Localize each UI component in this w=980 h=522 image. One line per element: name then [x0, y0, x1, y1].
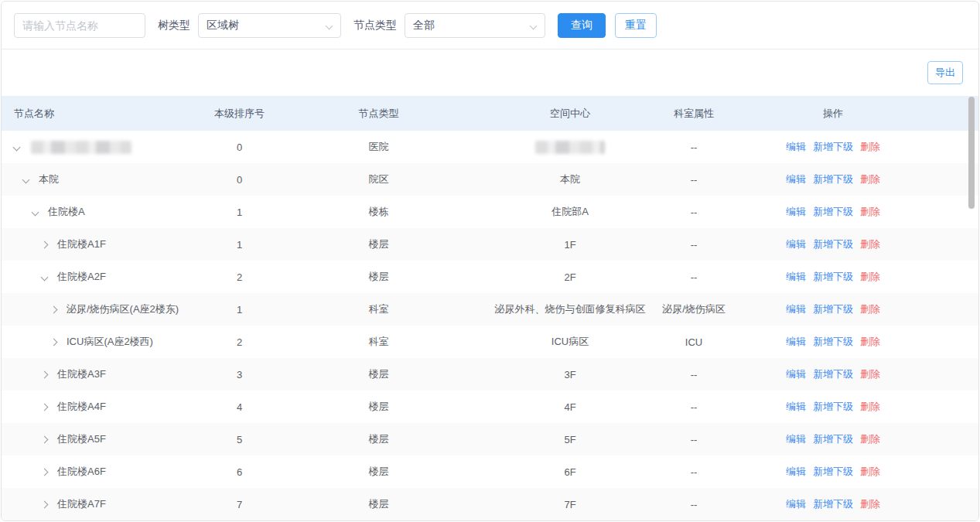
delete-link[interactable]: 删除 [860, 172, 880, 186]
export-button[interactable]: 导出 [927, 61, 963, 84]
delete-link[interactable]: 删除 [860, 400, 880, 414]
table-header: 节点名称 本级排序号 节点类型 空间中心 科室属性 操作 [2, 96, 978, 131]
col-node-name: 节点名称 [2, 107, 203, 121]
delete-link[interactable]: 删除 [860, 497, 880, 511]
expand-toggle[interactable] [51, 339, 63, 345]
add-child-link[interactable]: 新增下级 [813, 465, 853, 479]
node-type-cell: 楼层 [276, 237, 481, 251]
table-row: 住院楼A1F 1 楼层 1F -- 编辑 新增下级 删除 [2, 228, 978, 261]
space-tree-table: 节点名称 本级排序号 节点类型 空间中心 科室属性 操作 0 医院 -- 编辑 … [2, 96, 978, 520]
col-node-type: 节点类型 [276, 107, 481, 121]
add-child-link[interactable]: 新增下级 [813, 400, 853, 414]
node-name-cell: 本院 [2, 172, 203, 186]
node-name-text: 住院楼A6F [57, 465, 106, 479]
edit-link[interactable]: 编辑 [786, 237, 806, 251]
node-name-cell: 住院楼A6F [2, 465, 203, 479]
add-child-link[interactable]: 新增下级 [813, 367, 853, 381]
sort-order-cell: 4 [203, 401, 276, 413]
tree-type-select[interactable]: 区域树 [198, 13, 341, 38]
edit-link[interactable]: 编辑 [786, 465, 806, 479]
edit-link[interactable]: 编辑 [786, 205, 806, 219]
add-child-link[interactable]: 新增下级 [813, 335, 853, 349]
delete-link[interactable]: 删除 [860, 335, 880, 349]
node-name-cell: 住院楼A5F [2, 432, 203, 446]
expand-toggle[interactable] [32, 210, 45, 215]
add-child-link[interactable]: 新增下级 [813, 172, 853, 186]
edit-link[interactable]: 编辑 [786, 497, 806, 511]
delete-link[interactable]: 删除 [860, 465, 880, 479]
dept-attr-cell: -- [659, 434, 729, 445]
node-name-text: 本院 [39, 172, 59, 186]
table-row: 本院 0 院区 本院 -- 编辑 新增下级 删除 [2, 163, 978, 196]
table-row: 住院楼A3F 3 楼层 3F -- 编辑 新增下级 删除 [2, 358, 978, 391]
add-child-link[interactable]: 新增下级 [813, 270, 853, 284]
delete-link[interactable]: 删除 [860, 432, 880, 446]
space-center-cell: 本院 [481, 172, 659, 186]
node-name-cell: 住院楼A [2, 205, 203, 219]
dept-attr-cell: -- [659, 499, 729, 510]
space-center-cell: 5F [481, 434, 659, 445]
delete-link[interactable]: 删除 [860, 367, 880, 381]
delete-link[interactable]: 删除 [860, 237, 880, 251]
node-name-cell: 住院楼A4F [2, 400, 203, 414]
edit-link[interactable]: 编辑 [786, 432, 806, 446]
expand-toggle[interactable] [42, 502, 54, 507]
expand-toggle[interactable] [14, 145, 26, 150]
space-center-cell: 4F [481, 401, 659, 413]
space-center-cell [481, 141, 659, 154]
dept-attr-cell: -- [659, 369, 729, 380]
expand-toggle[interactable] [51, 307, 63, 312]
edit-link[interactable]: 编辑 [786, 302, 806, 316]
table-body: 0 医院 -- 编辑 新增下级 删除 本院 0 院区 本院 -- 编辑 新增下级… [2, 131, 978, 520]
node-type-cell: 楼层 [276, 432, 481, 446]
edit-link[interactable]: 编辑 [786, 367, 806, 381]
sort-order-cell: 1 [203, 239, 276, 251]
tree-type-value: 区域树 [207, 19, 239, 32]
add-child-link[interactable]: 新增下级 [813, 432, 853, 446]
table-row: 住院楼A5F 5 楼层 5F -- 编辑 新增下级 删除 [2, 423, 978, 455]
expand-toggle[interactable] [42, 469, 54, 475]
reset-button[interactable]: 重置 [615, 13, 657, 38]
node-name-text: 住院楼A1F [57, 237, 106, 251]
col-sort-order: 本级排序号 [203, 107, 276, 121]
dept-attr-cell: 泌尿/烧伤病区 [659, 302, 729, 316]
node-type-value: 全部 [413, 19, 435, 32]
table-row: 住院楼A6F 6 楼层 6F -- 编辑 新增下级 删除 [2, 455, 978, 488]
add-child-link[interactable]: 新增下级 [813, 237, 853, 251]
expand-toggle[interactable] [42, 404, 54, 410]
expand-toggle[interactable] [42, 372, 54, 377]
node-type-cell: 楼层 [276, 465, 481, 479]
node-type-cell: 医院 [276, 140, 481, 154]
edit-link[interactable]: 编辑 [786, 400, 806, 414]
expand-toggle[interactable] [42, 437, 54, 442]
node-name-cell: 泌尿/烧伤病区(A座2楼东) [2, 302, 203, 316]
expand-toggle[interactable] [42, 242, 54, 247]
delete-link[interactable]: 删除 [860, 140, 880, 154]
col-actions: 操作 [729, 107, 937, 121]
add-child-link[interactable]: 新增下级 [813, 497, 853, 511]
edit-link[interactable]: 编辑 [786, 335, 806, 349]
search-button[interactable]: 查询 [558, 13, 606, 38]
edit-link[interactable]: 编辑 [786, 270, 806, 284]
vertical-scrollbar-thumb[interactable] [968, 97, 975, 209]
add-child-link[interactable]: 新增下级 [813, 205, 853, 219]
edit-link[interactable]: 编辑 [786, 140, 806, 154]
delete-link[interactable]: 删除 [860, 270, 880, 284]
expand-toggle[interactable] [42, 275, 54, 280]
node-name-text: 泌尿/烧伤病区(A座2楼东) [67, 302, 179, 316]
add-child-link[interactable]: 新增下级 [813, 302, 853, 316]
expand-icon [32, 208, 39, 216]
node-type-select[interactable]: 全部 [405, 13, 545, 38]
space-center-cell: 7F [481, 499, 659, 510]
delete-link[interactable]: 删除 [860, 302, 880, 316]
add-child-link[interactable]: 新增下级 [813, 140, 853, 154]
filter-bar: 树类型 区域树 节点类型 全部 查询 重置 [2, 2, 978, 49]
expand-toggle[interactable] [23, 177, 36, 183]
space-center-cell: ICU病区 [481, 335, 659, 349]
search-input[interactable] [14, 13, 145, 38]
node-type-cell: 院区 [276, 172, 481, 186]
edit-link[interactable]: 编辑 [786, 172, 806, 186]
expand-icon [41, 435, 49, 443]
delete-link[interactable]: 删除 [860, 205, 880, 219]
table-toolbar: 导出 [2, 49, 978, 96]
